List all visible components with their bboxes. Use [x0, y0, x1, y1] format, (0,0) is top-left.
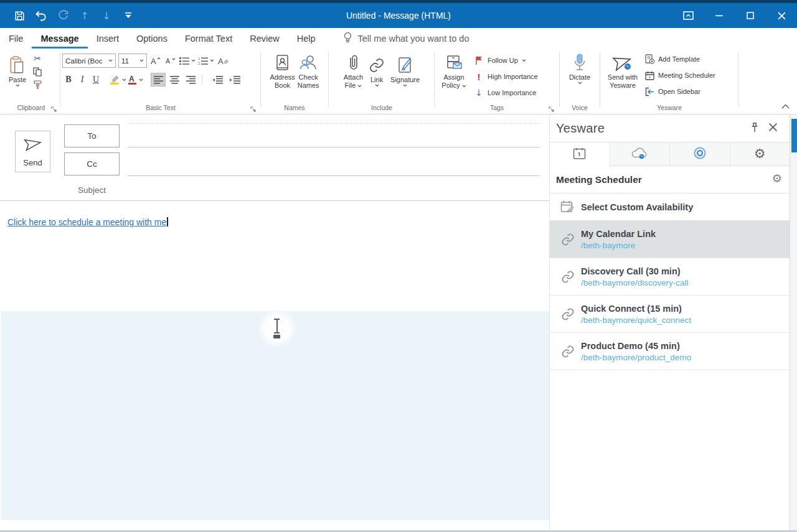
- link-button[interactable]: Link: [368, 52, 385, 87]
- high-importance-button[interactable]: ! High Importance: [474, 71, 538, 82]
- font-color-button[interactable]: A: [128, 73, 143, 86]
- scheduler-settings-icon[interactable]: ⚙: [772, 173, 782, 184]
- signature-button[interactable]: Signature: [390, 52, 420, 87]
- pin-icon[interactable]: [750, 123, 761, 134]
- tab-format-text[interactable]: Format Text: [176, 28, 241, 49]
- group-basic-text: Calibri (Boc 11 A A 12 A B I U A: [62, 50, 259, 113]
- bullets-button[interactable]: [179, 54, 196, 68]
- ribbon-display-options-icon[interactable]: [672, 3, 704, 28]
- link-icon: [560, 270, 576, 284]
- dictate-button[interactable]: Dictate: [569, 50, 590, 85]
- increase-indent-button[interactable]: [227, 73, 243, 86]
- font-name-select[interactable]: Calibri (Boc: [62, 54, 116, 68]
- cut-icon[interactable]: ✂: [32, 54, 42, 63]
- redo-icon: [56, 9, 70, 22]
- tab-insert[interactable]: Insert: [88, 28, 128, 49]
- subject-label: Subject: [78, 185, 106, 195]
- tab-help[interactable]: Help: [288, 28, 324, 49]
- follow-up-button[interactable]: Follow Up: [474, 55, 538, 66]
- open-sidebar-icon: [644, 86, 654, 96]
- copy-icon[interactable]: [32, 67, 42, 77]
- tab-yesware-cloud[interactable]: [610, 142, 670, 166]
- clipboard-dialog-launcher-icon[interactable]: [51, 104, 59, 111]
- tab-meeting-scheduler[interactable]: [550, 142, 610, 166]
- close-sidebar-icon[interactable]: [768, 123, 780, 134]
- text-cursor-icon: [273, 319, 281, 338]
- meeting-link-url[interactable]: /beth-baymore: [581, 240, 656, 251]
- assign-policy-icon: [445, 52, 463, 73]
- collapse-ribbon-icon[interactable]: [781, 100, 790, 111]
- group-names: Address Book Check Names Names: [262, 50, 327, 113]
- schedule-meeting-link[interactable]: Click here to schedule a meeting with me: [7, 217, 168, 227]
- underline-button[interactable]: U: [90, 73, 102, 86]
- group-voice: Dictate Voice: [562, 50, 598, 113]
- paste-button[interactable]: Paste: [2, 52, 32, 87]
- align-left-button[interactable]: [151, 73, 166, 86]
- ribbon-tab-bar: File Message Insert Options Format Text …: [0, 28, 797, 49]
- align-right-button[interactable]: [183, 73, 198, 86]
- cc-field[interactable]: [128, 175, 540, 176]
- shrink-font-button[interactable]: A: [164, 54, 177, 68]
- tell-me-search[interactable]: Tell me what you want to do: [343, 32, 469, 45]
- yesware-sidebar: Yesware: [549, 115, 790, 532]
- group-include: Attach File Link Signature: [331, 50, 433, 113]
- tab-file[interactable]: File: [0, 28, 32, 49]
- italic-button[interactable]: I: [76, 73, 88, 86]
- compose-pane: Send To Cc Subject Click here to schedul…: [0, 115, 549, 532]
- minimize-button[interactable]: [704, 3, 735, 28]
- dropdown-chevron-icon: [403, 84, 407, 87]
- font-size-select[interactable]: 11: [118, 54, 147, 68]
- tab-options[interactable]: Options: [128, 28, 176, 49]
- tab-message[interactable]: Message: [32, 28, 87, 49]
- basic-text-dialog-launcher-icon[interactable]: [250, 104, 258, 111]
- cloud-icon: [631, 146, 648, 162]
- subject-field[interactable]: [0, 200, 549, 201]
- dropdown-chevron-icon: [462, 85, 466, 88]
- calendar-icon: [644, 70, 654, 80]
- tab-review[interactable]: Review: [241, 28, 288, 49]
- customize-quick-access-icon[interactable]: [121, 9, 135, 22]
- numbering-button[interactable]: 12: [198, 54, 214, 68]
- group-tags: Assign Policy Follow Up ! High Importanc…: [436, 50, 557, 113]
- add-template-button[interactable]: Add Template: [644, 54, 715, 65]
- meeting-link-url[interactable]: /beth-baymore/product_demo: [581, 352, 691, 363]
- to-button[interactable]: To: [64, 124, 120, 147]
- send-button[interactable]: Send: [15, 131, 50, 172]
- list-item-product-demo[interactable]: Product Demo (45 min) /beth-baymore/prod…: [550, 333, 790, 370]
- tags-dialog-launcher-icon[interactable]: [549, 104, 556, 111]
- bold-button[interactable]: B: [62, 73, 75, 86]
- tab-settings[interactable]: ⚙: [730, 142, 790, 166]
- grow-font-button[interactable]: A: [149, 54, 162, 68]
- assign-policy-button[interactable]: Assign Policy: [436, 50, 471, 90]
- meeting-link-url[interactable]: /beth-baymore/quick_connect: [581, 315, 691, 326]
- clear-formatting-button[interactable]: A: [217, 54, 229, 68]
- list-item-quick-connect[interactable]: Quick Connect (15 min) /beth-baymore/qui…: [550, 296, 790, 333]
- send-plane-icon: [24, 136, 42, 153]
- attach-file-button[interactable]: Attach File: [344, 50, 363, 90]
- open-sidebar-button[interactable]: Open Sidebar: [644, 86, 715, 97]
- align-center-button[interactable]: [167, 73, 182, 86]
- send-with-yesware-button[interactable]: Send with Yesware: [602, 50, 643, 90]
- highlight-color-button[interactable]: [110, 73, 126, 86]
- list-item-discovery-call[interactable]: Discovery Call (30 min) /beth-baymore/di…: [550, 258, 790, 296]
- select-custom-availability[interactable]: Select Custom Availability: [550, 194, 790, 221]
- decrease-indent-button[interactable]: [209, 73, 225, 86]
- maximize-button[interactable]: [735, 3, 766, 28]
- close-button[interactable]: [766, 3, 797, 28]
- cc-button[interactable]: Cc: [64, 152, 120, 175]
- gear-icon: ⚙: [754, 147, 766, 161]
- meeting-link-url[interactable]: /beth-baymore/discovery-call: [581, 278, 689, 289]
- quick-access-toolbar: ↑ ↓: [12, 9, 135, 22]
- format-painter-icon[interactable]: [32, 80, 42, 90]
- undo-icon[interactable]: [34, 9, 48, 22]
- signature-icon: [397, 55, 413, 76]
- meeting-scheduler-button[interactable]: Meeting Scheduler: [644, 70, 715, 81]
- address-book-button[interactable]: Address Book: [270, 50, 295, 90]
- low-importance-button[interactable]: ↓ Low Importance: [474, 87, 538, 98]
- tab-tracking[interactable]: [669, 142, 730, 166]
- check-names-button[interactable]: Check Names: [298, 50, 319, 90]
- save-icon[interactable]: [12, 9, 26, 22]
- list-item-my-calendar-link[interactable]: My Calendar Link /beth-baymore: [550, 221, 790, 258]
- to-field-top-line: [128, 123, 540, 124]
- to-field[interactable]: [128, 147, 540, 147]
